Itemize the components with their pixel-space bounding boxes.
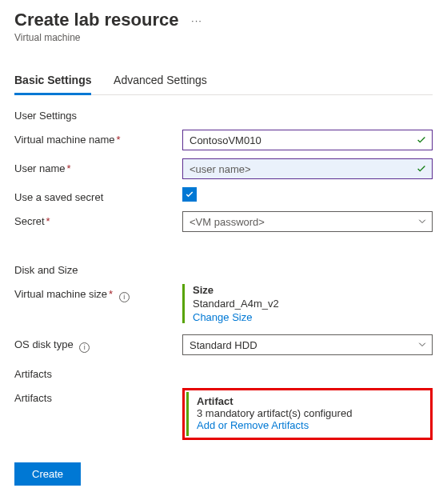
chevron-down-icon: [417, 217, 427, 226]
add-remove-artifacts-link[interactable]: Add or Remove Artifacts: [197, 419, 422, 431]
required-icon: *: [67, 162, 71, 174]
artifact-display: Artifact 3 mandatory artifact(s) configu…: [186, 392, 429, 436]
label-vm-size: Virtual machine size* i: [14, 284, 182, 302]
required-icon: *: [46, 215, 50, 227]
label-user-name: User name*: [14, 158, 182, 174]
section-user-settings: User Settings: [14, 110, 433, 122]
info-icon[interactable]: i: [119, 292, 130, 302]
change-size-link[interactable]: Change Size: [193, 311, 433, 323]
secret-select[interactable]: <VM password>: [182, 211, 433, 232]
label-secret: Secret*: [14, 211, 182, 227]
required-icon: *: [109, 288, 113, 300]
info-icon[interactable]: i: [79, 342, 90, 353]
tabs: Basic Settings Advanced Settings: [14, 67, 433, 95]
check-icon: [416, 163, 427, 174]
artifact-title: Artifact: [197, 395, 422, 407]
os-disk-value: Standard HDD: [190, 339, 257, 351]
section-disk-size: Disk and Size: [14, 264, 433, 276]
secret-placeholder: <VM password>: [190, 216, 265, 228]
page-subtitle: Virtual machine: [14, 32, 433, 43]
required-icon: *: [117, 134, 121, 146]
label-os-disk: OS disk type i: [14, 334, 182, 353]
user-name-placeholder: <user name>: [190, 163, 251, 175]
vm-size-title: Size: [193, 284, 433, 296]
check-icon: [416, 134, 427, 146]
section-artifacts: Artifacts: [14, 368, 433, 380]
tab-advanced-settings[interactable]: Advanced Settings: [114, 67, 207, 93]
create-button[interactable]: Create: [14, 462, 81, 486]
os-disk-select[interactable]: Standard HDD: [182, 334, 433, 355]
artifact-highlight-box: Artifact 3 mandatory artifact(s) configu…: [182, 388, 433, 440]
label-artifacts: Artifacts: [14, 388, 182, 404]
label-saved-secret: Use a saved secret: [14, 187, 182, 203]
user-name-input[interactable]: <user name>: [182, 158, 433, 179]
artifact-status: 3 mandatory artifact(s) configured: [197, 407, 422, 419]
vm-size-value: Standard_A4m_v2: [193, 298, 433, 310]
vm-size-display: Size Standard_A4m_v2 Change Size: [182, 284, 433, 323]
label-vm-name: Virtual machine name*: [14, 130, 182, 146]
tab-basic-settings[interactable]: Basic Settings: [14, 67, 91, 95]
page-title: Create lab resource: [14, 10, 178, 30]
more-icon[interactable]: ···: [191, 14, 202, 26]
vm-name-input[interactable]: ContosoVM010: [182, 130, 433, 150]
vm-name-value: ContosoVM010: [190, 134, 261, 146]
chevron-down-icon: [417, 340, 427, 350]
saved-secret-checkbox[interactable]: [182, 187, 197, 202]
